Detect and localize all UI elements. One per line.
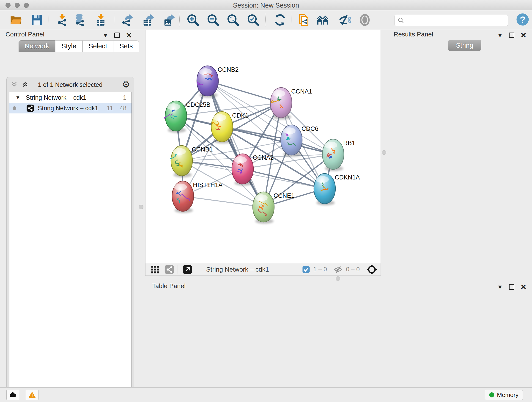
export-table-icon[interactable] bbox=[142, 14, 154, 26]
node-label-hist1h1a: HIST1H1A bbox=[193, 182, 222, 188]
clone-network-icon[interactable] bbox=[298, 14, 310, 26]
tab-string[interactable]: String bbox=[448, 40, 481, 51]
title-bar: Session: New Session bbox=[0, 0, 532, 10]
control-panel-title: Control Panel bbox=[6, 31, 44, 38]
apply-layout-icon[interactable] bbox=[274, 14, 286, 26]
open-session-icon[interactable] bbox=[10, 14, 22, 26]
warnings-button[interactable] bbox=[26, 390, 38, 400]
collapse-panel-icon[interactable]: ▼ bbox=[102, 32, 108, 38]
hide-unhide-icon[interactable] bbox=[339, 14, 351, 26]
network-node-rb1[interactable]: RB1 bbox=[322, 139, 355, 171]
network-tree: ▼ String Network – cdk1 1 String Network… bbox=[9, 92, 132, 402]
memory-label: Memory bbox=[497, 391, 519, 399]
string-network-icon bbox=[26, 104, 34, 112]
network-edge[interactable] bbox=[183, 196, 264, 207]
network-node-ccnb2[interactable]: CCNB2 bbox=[197, 66, 239, 98]
grid-view-icon[interactable] bbox=[151, 265, 160, 274]
control-panel: Control Panel ▼ ✕ NetworkStyleSelectSets… bbox=[2, 29, 136, 380]
collection-label: String Network – cdk1 bbox=[26, 94, 86, 101]
memory-button[interactable]: Memory bbox=[485, 390, 523, 400]
network-options-gear-icon[interactable]: ⚙ bbox=[122, 79, 130, 89]
network-tab-content: 1 of 1 Network selected ⚙ ▼ String Netwo… bbox=[6, 77, 134, 402]
import-network-database-icon[interactable] bbox=[74, 14, 86, 26]
collection-expander-icon[interactable]: ▼ bbox=[15, 95, 20, 101]
memory-status-dot bbox=[489, 392, 494, 397]
search-input[interactable] bbox=[394, 15, 508, 26]
import-table-icon[interactable] bbox=[95, 14, 107, 26]
float-panel-icon[interactable] bbox=[114, 32, 120, 38]
selected-counts: 1 – 0 bbox=[313, 266, 327, 273]
collapse-table-icon[interactable]: ▼ bbox=[497, 284, 503, 290]
network-canvas[interactable]: CCNB2CCNA1CDC25BCDK1CDC6RB1CCNB1CCNA2CDK… bbox=[145, 30, 381, 263]
close-table-icon[interactable]: ✕ bbox=[520, 283, 526, 291]
control-panel-tabs: NetworkStyleSelectSets bbox=[19, 40, 139, 52]
network-edge-count: 48 bbox=[120, 105, 127, 112]
close-results-icon[interactable]: ✕ bbox=[520, 32, 526, 39]
tab-style[interactable]: Style bbox=[55, 40, 82, 52]
node-label-rb1: RB1 bbox=[343, 140, 355, 147]
warning-icon bbox=[28, 391, 36, 399]
network-node-cdkn1a[interactable]: CDKN1A bbox=[314, 173, 360, 205]
node-label-ccna1: CCNA1 bbox=[291, 88, 312, 95]
import-network-icon[interactable] bbox=[56, 14, 69, 26]
node-label-ccnb2: CCNB2 bbox=[218, 66, 239, 73]
hidden-eye-icon[interactable] bbox=[334, 265, 343, 274]
network-view-title: String Network – cdk1 bbox=[206, 266, 269, 273]
zoom-fit-icon[interactable] bbox=[227, 14, 239, 26]
cloud-button[interactable] bbox=[6, 390, 19, 400]
fit-selected-crosshair-icon[interactable] bbox=[366, 264, 377, 275]
zoom-selected-icon[interactable] bbox=[247, 14, 259, 26]
hidden-counts: 0 – 0 bbox=[346, 266, 360, 273]
horizontal-splitter-handle[interactable] bbox=[336, 276, 340, 281]
save-session-icon[interactable] bbox=[31, 14, 43, 26]
float-results-icon[interactable] bbox=[509, 32, 514, 38]
tab-select[interactable]: Select bbox=[82, 40, 114, 52]
status-bar: Memory bbox=[0, 387, 532, 402]
cloud-icon bbox=[9, 391, 17, 399]
network-edge[interactable] bbox=[243, 169, 325, 189]
birdseye-eye-icon[interactable] bbox=[359, 14, 371, 26]
table-panel-title: Table Panel bbox=[152, 282, 186, 290]
float-table-icon[interactable] bbox=[509, 284, 514, 290]
export-image-icon[interactable] bbox=[163, 14, 175, 26]
network-node-ccne1[interactable]: CCNE1 bbox=[253, 192, 295, 224]
svg-text:?: ? bbox=[520, 14, 525, 25]
open-in-window-icon[interactable] bbox=[182, 264, 192, 274]
node-label-cdk1: CDK1 bbox=[232, 112, 249, 119]
selected-checkbox-icon[interactable] bbox=[302, 266, 310, 274]
node-label-cdkn1a: CDKN1A bbox=[335, 174, 360, 181]
search-icon bbox=[398, 17, 404, 24]
left-splitter-handle[interactable] bbox=[139, 205, 143, 209]
show-all-panels-icon[interactable] bbox=[317, 14, 329, 26]
zoom-in-icon[interactable] bbox=[187, 14, 199, 26]
network-edge[interactable] bbox=[208, 81, 281, 103]
results-panel-title: Results Panel bbox=[394, 31, 433, 38]
network-node-ccna1[interactable]: CCNA1 bbox=[270, 88, 312, 119]
collapse-results-icon[interactable]: ▼ bbox=[497, 32, 503, 38]
tab-network[interactable]: Network bbox=[19, 40, 55, 52]
help-icon[interactable]: ? bbox=[516, 13, 529, 26]
close-panel-icon[interactable]: ✕ bbox=[126, 32, 132, 39]
node-label-ccna2: CCNA2 bbox=[253, 154, 274, 161]
network-node-ccnb1[interactable]: CCNB1 bbox=[171, 146, 213, 177]
collection-count: 1 bbox=[123, 94, 127, 101]
network-row-selected[interactable]: String Network – cdk1 11 48 bbox=[9, 103, 132, 114]
table-panel: Table Panel ▼ ✕ ⚙ f(x) shared namenameca… bbox=[145, 281, 532, 387]
network-node-hist1h1a[interactable]: HIST1H1A bbox=[172, 181, 222, 213]
window-title: Session: New Session bbox=[0, 2, 532, 9]
node-label-cdc6: CDC6 bbox=[302, 125, 318, 132]
node-label-cdc25b: CDC25B bbox=[186, 101, 210, 108]
right-splitter-handle[interactable] bbox=[382, 150, 386, 155]
node-label-ccnb1: CCNB1 bbox=[192, 146, 213, 153]
export-network-icon[interactable] bbox=[121, 14, 133, 26]
network-collection-row[interactable]: ▼ String Network – cdk1 1 bbox=[9, 92, 132, 103]
network-share-icon[interactable] bbox=[164, 264, 174, 274]
network-status-dot bbox=[13, 106, 16, 110]
node-label-ccne1: CCNE1 bbox=[273, 192, 295, 199]
network-selection-status: 1 of 1 Network selected bbox=[7, 81, 134, 89]
zoom-out-icon[interactable] bbox=[207, 14, 219, 26]
network-label: String Network – cdk1 bbox=[38, 105, 98, 112]
tab-sets[interactable]: Sets bbox=[113, 40, 139, 52]
main-toolbar: ? bbox=[0, 11, 532, 29]
network-node-count: 11 bbox=[107, 105, 113, 112]
